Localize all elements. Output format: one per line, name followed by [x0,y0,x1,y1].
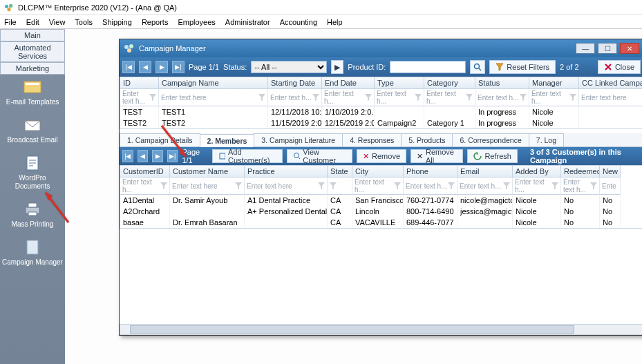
col-status[interactable]: Status [475,77,529,89]
col-id[interactable]: ID [120,77,159,89]
menu-view[interactable]: View [49,18,66,26]
campaign-manager-window: Campaign Manager — ☐ ✕ |◀ ◀ ▶ ▶| Page 1/… [119,39,642,336]
tab-log[interactable]: 7. Log [529,133,564,146]
tab-responses[interactable]: 4. Responses [342,133,402,146]
mfilter-added[interactable]: Enter text h... [513,178,561,195]
filter-manager[interactable]: Enter text h... [529,89,579,106]
close-button[interactable]: Close [598,60,641,74]
menu-file[interactable]: File [4,18,17,26]
member-row[interactable]: basaeDr. Emrah BasaranCAVACAVILLE689-446… [120,217,642,228]
mcol-email[interactable]: Email [457,166,513,178]
menu-accounting[interactable]: Accounting [280,18,317,26]
view-customer-button[interactable]: View Customer [287,149,352,163]
mfilter-phone[interactable]: Enter text h... [404,178,457,195]
add-icon [218,152,225,160]
col-manager[interactable]: Manager [529,77,579,89]
sidebar-panel-main[interactable]: Main [0,29,65,41]
mcol-name[interactable]: Customer Name [170,166,245,178]
mcol-state[interactable]: State [328,166,352,178]
mcol-id[interactable]: CustomerID [120,166,170,178]
members-nav-prev[interactable]: ◀ [138,150,149,162]
mfilter-redeemed[interactable]: Enter text h... [561,178,600,195]
members-nav-first[interactable]: |◀ [122,150,133,162]
sidebar-panel-marketing[interactable]: Marketing [0,62,65,75]
menu-employees[interactable]: Employees [178,18,215,26]
menu-administrator[interactable]: Administrator [225,18,270,26]
nav-last-button[interactable]: ▶| [172,61,185,73]
filter-end[interactable]: Enter text h... [322,89,375,106]
mfilter-state[interactable] [328,178,352,195]
col-cc[interactable]: CC Linked Campaign [579,77,642,89]
mdi-canvas: Campaign Manager — ☐ ✕ |◀ ◀ ▶ ▶| Page 1/… [65,29,642,364]
status-select[interactable]: -- All -- [251,61,327,73]
productid-lookup-button[interactable] [470,60,485,74]
members-nav-last[interactable]: ▶| [167,150,178,162]
menu-tools[interactable]: Tools [75,18,93,26]
refresh-button[interactable]: Refresh [467,149,518,163]
launcher-wordpro[interactable]: WordPro Documents [0,151,65,197]
subwindow-minimize-button[interactable]: — [576,43,595,54]
col-name[interactable]: Campaign Name [159,77,268,89]
funnel-icon [258,94,265,101]
mfilter-city[interactable]: Enter text h... [352,178,404,195]
horizontal-scrollbar[interactable] [120,324,642,335]
funnel-icon [415,94,422,101]
remove-button[interactable]: ✕Remove [357,149,406,163]
nav-next-button[interactable]: ▶ [155,61,168,73]
tab-literature[interactable]: 3. Campaign Literature [254,133,343,146]
col-start[interactable]: Starting Date [268,77,322,89]
filter-status[interactable]: Enter text h... [475,89,529,106]
mfilter-name[interactable]: Enter text here [170,178,245,195]
mcol-new[interactable]: New [600,166,621,178]
col-type[interactable]: Type [375,77,424,89]
menu-shipping[interactable]: Shipping [102,18,132,26]
status-go-button[interactable]: ▶ [331,60,343,74]
mcol-redeemed[interactable]: Redeemed [561,166,600,178]
filter-start[interactable]: Enter text h... [268,89,322,106]
sidebar-panel-automated[interactable]: Automated Services [0,41,65,62]
mfilter-new[interactable]: Ente [600,178,621,195]
nav-first-button[interactable]: |◀ [122,61,135,73]
member-row[interactable]: A2OrchardA+ Personalized Dental Orc...CA… [120,206,642,217]
add-customer-button[interactable]: Add Customer(s) [212,149,283,163]
mcol-added[interactable]: Added By [513,166,561,178]
col-end[interactable]: End Date [322,77,375,89]
tab-details[interactable]: 1. Campaign Details [120,133,200,146]
launcher-campaign-manager[interactable]: Campaign Manager [0,235,65,273]
member-row[interactable]: A1DentalDr. Samir AyoubA1 Dental Practic… [120,195,642,206]
menu-help[interactable]: Help [327,18,343,26]
filter-category[interactable]: Enter text h... [424,89,475,106]
mfilter-id[interactable]: Enter text h... [120,178,170,195]
subwindow-close-button[interactable]: ✕ [620,43,639,54]
filter-cc[interactable]: Enter text here [579,89,642,106]
launcher-mass-printing[interactable]: Mass Printing [0,197,65,235]
filter-name[interactable]: Enter text here [159,89,268,106]
filter-type[interactable]: Enter text h... [375,89,424,106]
col-category[interactable]: Category [424,77,475,89]
menu-edit[interactable]: Edit [26,18,39,26]
tab-members[interactable]: 2. Members [200,134,255,147]
launcher-broadcast-email[interactable]: Broadcast Email [0,113,65,151]
mcol-practice[interactable]: Practice [245,166,328,178]
filter-id[interactable]: Enter text h... [120,89,159,106]
campaign-row[interactable]: TEST2TEST211/15/2019 2:0...12/15/2019 2:… [120,117,642,128]
broadcast-email-icon [23,117,42,133]
close-icon [604,63,612,71]
remove-all-button[interactable]: ✕Remove All [410,149,463,163]
mcol-phone[interactable]: Phone [404,166,457,178]
campaign-row[interactable]: TESTTEST112/11/2018 10:...1/10/2019 2:0.… [120,106,642,117]
scrollbar-thumb[interactable] [130,325,574,334]
nav-prev-button[interactable]: ◀ [139,61,151,73]
reset-filters-button[interactable]: Reset Filters [489,60,556,74]
mfilter-email[interactable]: Enter text h... [457,178,513,195]
menu-reports[interactable]: Reports [142,18,169,26]
tab-correspondence[interactable]: 6. Correspondence [452,133,529,146]
productid-input[interactable] [390,61,466,73]
subwindow-maximize-button[interactable]: ☐ [598,43,617,54]
members-nav-next[interactable]: ▶ [152,150,163,162]
launcher-email-templates[interactable]: E-mail Templates [0,75,65,113]
tab-products[interactable]: 5. Products [401,133,453,146]
svg-rect-16 [220,153,225,159]
mcol-city[interactable]: City [352,166,404,178]
mfilter-practice[interactable]: Enter text here [245,178,328,195]
